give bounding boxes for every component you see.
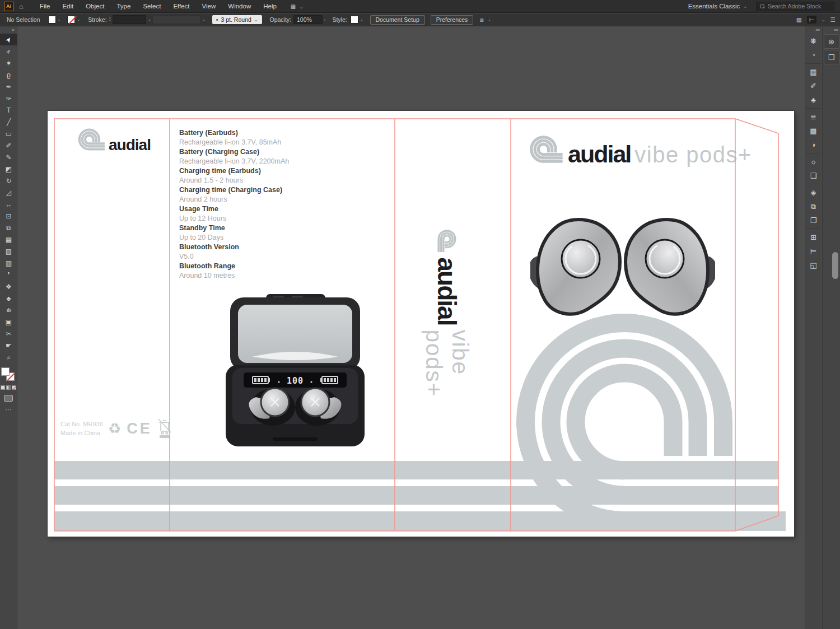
rotate-tool[interactable]: ↻ bbox=[0, 175, 17, 187]
tools-collapse-icon[interactable]: » bbox=[0, 26, 17, 34]
type-tool[interactable]: T bbox=[0, 104, 17, 116]
gradient-mode-button[interactable] bbox=[6, 385, 11, 390]
spec-label: Charging time (Earbuds) bbox=[179, 166, 347, 176]
puppet-warp-tool[interactable]: ⊡ bbox=[0, 210, 17, 222]
artboard[interactable]: audial Battery (Earbuds)Rechargeable li-… bbox=[48, 111, 794, 537]
packaging-watermark-art bbox=[48, 111, 794, 537]
paintbrush-tool[interactable]: ✐ bbox=[0, 139, 17, 151]
stroke-weight-field[interactable] bbox=[113, 15, 146, 24]
curvature-tool[interactable]: ✑ bbox=[0, 92, 17, 104]
menu-object[interactable]: Object bbox=[80, 3, 110, 10]
column-graph-tool[interactable]: ılı bbox=[0, 304, 17, 316]
appearance-panel-icon[interactable]: ☼ bbox=[805, 155, 822, 169]
eyedropper-tool[interactable]: ❜ bbox=[0, 269, 17, 281]
document-setup-button[interactable]: Document Setup bbox=[370, 15, 425, 25]
app-logo-icon[interactable]: Ai bbox=[4, 2, 13, 11]
artboards-panel-icon[interactable]: ⧉ bbox=[805, 199, 822, 213]
isolate-chevron-icon[interactable]: ⌄ bbox=[488, 17, 491, 22]
color-panel-icon[interactable]: ❋ bbox=[805, 34, 822, 48]
eraser-tool-icon: ◩ bbox=[6, 165, 12, 173]
isolate-icon[interactable]: ⧇ bbox=[480, 16, 484, 24]
brush-definition-dropdown[interactable]: •3 pt. Round⌄ bbox=[212, 15, 262, 24]
stroke-weight-stepper[interactable]: ˄˅ bbox=[109, 17, 111, 22]
spec-value: Up to 12 Hours bbox=[179, 214, 347, 223]
recycle-icon: ♻ bbox=[108, 421, 121, 436]
pathfinder-panel-icon[interactable]: ◱ bbox=[805, 258, 822, 272]
stroke-chevron-icon[interactable]: ⌄ bbox=[77, 17, 80, 22]
graphic-styles-panel-icon[interactable]: ❑ bbox=[805, 169, 822, 183]
search-input[interactable]: Search Adobe Stock bbox=[756, 2, 834, 11]
screen-mode-button[interactable] bbox=[4, 395, 13, 402]
menu-effect[interactable]: Effect bbox=[167, 3, 195, 10]
pasteboard[interactable]: audial Battery (Earbuds)Rechargeable li-… bbox=[18, 26, 804, 629]
selection-tool[interactable]: ➤ bbox=[0, 34, 17, 45]
stroke-panel-icon[interactable]: ≣ bbox=[805, 110, 822, 124]
canvas-scrollbar[interactable] bbox=[832, 252, 838, 279]
symbols-panel-icon[interactable]: ♣ bbox=[805, 93, 822, 107]
hand-tool[interactable]: ☛ bbox=[0, 339, 17, 351]
menu-help[interactable]: Help bbox=[257, 3, 283, 10]
stroke-swatch[interactable] bbox=[67, 16, 75, 24]
style-chevron-icon[interactable]: ⌄ bbox=[360, 17, 363, 22]
menu-window[interactable]: Window bbox=[222, 3, 257, 10]
color-guide-panel-icon[interactable]: ◔ bbox=[805, 48, 822, 62]
transform-panel-icon[interactable]: ⊞ bbox=[805, 230, 822, 244]
artboard-tool[interactable]: ▣ bbox=[0, 316, 17, 328]
panel-dock-icon[interactable]: ⊢ bbox=[807, 16, 816, 24]
fill-chevron-icon[interactable]: ⌄ bbox=[58, 17, 61, 22]
shaper-tool[interactable]: ✎ bbox=[0, 151, 17, 163]
lasso-tool[interactable]: ϱ bbox=[0, 69, 17, 81]
arrange-documents-icon[interactable]: ▦ ⌄ bbox=[291, 3, 305, 10]
opacity-arrow-icon[interactable]: › bbox=[324, 18, 325, 22]
layers-panel-icon[interactable]: ◈ bbox=[805, 185, 822, 199]
home-icon[interactable]: ⌂ bbox=[19, 2, 24, 11]
eraser-tool[interactable]: ◩ bbox=[0, 163, 17, 175]
edit-toolbar-icon[interactable]: ⋯ bbox=[0, 406, 17, 413]
menu-type[interactable]: Type bbox=[110, 3, 137, 10]
menu-file[interactable]: File bbox=[34, 3, 57, 10]
scale-tool[interactable]: ◿ bbox=[0, 187, 17, 198]
slice-tool[interactable]: ✂ bbox=[0, 328, 17, 339]
swatches-panel-icon[interactable]: ▦ bbox=[805, 65, 822, 79]
fill-stroke-widget[interactable] bbox=[1, 367, 16, 382]
menu-edit[interactable]: Edit bbox=[56, 3, 80, 10]
touch-workspace-icon[interactable]: ▦ bbox=[796, 16, 802, 23]
preferences-button[interactable]: Preferences bbox=[431, 15, 474, 25]
libraries-collapse-icon[interactable]: «« bbox=[823, 26, 840, 33]
line-segment-tool[interactable]: ╱ bbox=[0, 116, 17, 128]
color-mode-button[interactable] bbox=[1, 385, 5, 390]
menu-view[interactable]: View bbox=[196, 3, 222, 10]
magic-wand-tool[interactable]: ✶ bbox=[0, 57, 17, 69]
zoom-tool[interactable]: ⌕ bbox=[0, 351, 17, 363]
width-tool[interactable]: ↔ bbox=[0, 198, 17, 210]
fill-white-indicator[interactable] bbox=[1, 367, 10, 376]
asset-export-panel-icon[interactable]: ❐ bbox=[805, 213, 822, 227]
dock-chevron-icon[interactable]: ⌄ bbox=[822, 17, 825, 22]
workspace-switcher[interactable]: Essentials Classic⌄ bbox=[688, 3, 747, 10]
menu-select[interactable]: Select bbox=[137, 3, 167, 10]
gradient-panel-icon[interactable]: ▩ bbox=[805, 124, 822, 138]
left-earbud bbox=[530, 220, 620, 314]
dock-collapse-icon[interactable]: «« bbox=[805, 26, 822, 33]
blend-tool[interactable]: ❖ bbox=[0, 281, 17, 292]
pen-tool[interactable]: ✒ bbox=[0, 81, 17, 92]
fill-swatch[interactable] bbox=[48, 16, 56, 24]
mesh-tool[interactable]: ▨ bbox=[0, 245, 17, 257]
transparency-panel-icon[interactable]: ◑ bbox=[805, 138, 822, 152]
symbol-sprayer-tool[interactable]: ♣ bbox=[0, 292, 17, 304]
style-swatch[interactable] bbox=[351, 16, 358, 24]
shape-builder-tool[interactable]: ⧉ bbox=[0, 222, 17, 234]
shape-builder-tool-icon: ⧉ bbox=[6, 224, 11, 232]
direct-selection-tool[interactable]: ➣ bbox=[0, 45, 17, 57]
brushes-panel-icon[interactable]: ✐ bbox=[805, 79, 822, 93]
rectangle-tool[interactable]: ▭ bbox=[0, 128, 17, 139]
cc-library-panel-icon[interactable]: ❒ bbox=[824, 50, 839, 64]
stroke-weight-chevron-icon[interactable]: ⌄ bbox=[148, 17, 151, 22]
libraries-panel-icon[interactable]: ⊛ bbox=[824, 34, 839, 49]
align-panel-icon[interactable]: ⊨ bbox=[805, 244, 822, 258]
gradient-tool[interactable]: ▥ bbox=[0, 257, 17, 269]
perspective-grid-tool[interactable]: ▦ bbox=[0, 234, 17, 245]
menu-list-icon[interactable]: ☰ bbox=[830, 16, 836, 23]
none-mode-button[interactable] bbox=[12, 385, 16, 390]
opacity-field[interactable]: 100% bbox=[293, 15, 323, 24]
